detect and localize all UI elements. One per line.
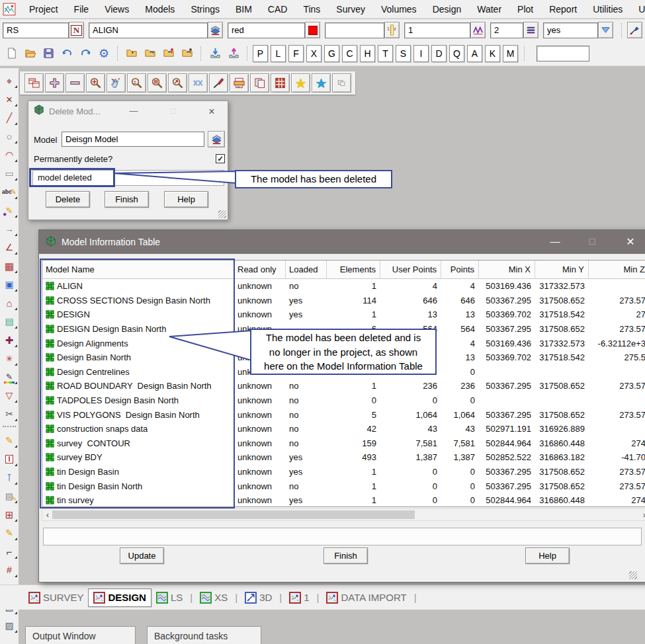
mode-button-a[interactable]: A: [467, 45, 482, 62]
export-file-icon[interactable]: [225, 44, 242, 63]
create-arc-icon[interactable]: ◠: [1, 147, 18, 163]
settings-gear-icon[interactable]: ⚙: [95, 44, 112, 63]
create-text-icon[interactable]: abc✎: [1, 184, 18, 200]
create-circle-icon[interactable]: ○: [1, 128, 18, 144]
choice-dropdown-icon[interactable]: [598, 22, 613, 38]
menu-item-water[interactable]: Water: [469, 4, 509, 15]
mode-button-d[interactable]: D: [431, 45, 447, 62]
mode-button-x[interactable]: X: [306, 45, 322, 62]
quick-field-5[interactable]: [490, 22, 523, 38]
grid-view-icon[interactable]: [271, 73, 290, 93]
eyedropper-icon[interactable]: [627, 22, 642, 38]
mode-button-p[interactable]: P: [253, 45, 268, 62]
menu-item-strings[interactable]: Strings: [183, 4, 228, 15]
scroll-right-icon[interactable]: ›: [639, 510, 645, 520]
model-folder-1-icon[interactable]: [142, 44, 159, 63]
edit-polygon-icon[interactable]: ▽: [1, 387, 18, 403]
view-tab-design[interactable]: DESIGN: [88, 588, 151, 607]
mode-button-f[interactable]: F: [288, 45, 304, 62]
mode-button-c[interactable]: C: [342, 45, 357, 62]
image-tool-2-icon[interactable]: ▨: [1, 618, 18, 633]
mode-button-s[interactable]: S: [396, 45, 411, 62]
insert-image-icon[interactable]: ▤: [1, 313, 18, 329]
table-row-tin-design-basin[interactable]: tin Design Basinunknownyes100503367.2953…: [42, 465, 645, 479]
new-document-icon[interactable]: [3, 44, 20, 63]
create-point-icon[interactable]: ⌖: [1, 73, 18, 89]
view-tab-xs[interactable]: XS: [195, 589, 232, 606]
linestyle-icon[interactable]: [470, 22, 486, 38]
background-tasks-panel[interactable]: Background tasks: [147, 626, 261, 644]
help-button[interactable]: Help: [525, 547, 570, 564]
model-chooser-icon[interactable]: [208, 22, 223, 38]
column-header-min-z[interactable]: Min Z: [589, 261, 645, 279]
column-header-read-only[interactable]: Read only: [234, 261, 286, 279]
favourites-star-icon[interactable]: ★: [291, 73, 310, 93]
table-row-tin-design-basin-north[interactable]: tin Design Basin Northunknownno100503367…: [42, 479, 645, 493]
maximize-icon[interactable]: □: [167, 106, 179, 116]
mode-button-t[interactable]: T: [378, 45, 393, 62]
create-line-icon[interactable]: ╱: [1, 110, 18, 126]
column-header-model-name[interactable]: Model Name: [42, 261, 234, 279]
plot-icon[interactable]: [230, 73, 249, 93]
hatch-icon[interactable]: #: [1, 562, 18, 578]
open-project-icon[interactable]: [21, 44, 38, 63]
table-row-tadpoles-design-basin-north[interactable]: TADPOLES Design Basin Northunknownno000: [42, 393, 645, 408]
colour-pencil-icon[interactable]: ✎: [1, 369, 18, 385]
menu-item-file[interactable]: File: [66, 4, 97, 15]
quick-field-6[interactable]: [543, 22, 598, 38]
menu-item-cad[interactable]: CAD: [260, 4, 296, 15]
line-weight-icon[interactable]: [523, 22, 538, 38]
spray-points-icon[interactable]: ✳: [1, 350, 18, 366]
quick-field-3[interactable]: [325, 22, 384, 38]
finish-button[interactable]: Finish: [105, 191, 149, 208]
measure-angle-icon[interactable]: ∠: [1, 239, 18, 255]
maximize-icon[interactable]: □: [585, 235, 599, 247]
column-header-min-y[interactable]: Min Y: [535, 261, 589, 279]
view-tab-3d[interactable]: 3D: [240, 589, 277, 606]
mode-button-l[interactable]: L: [271, 45, 286, 62]
horizontal-scrollbar[interactable]: ‹ ›: [42, 508, 645, 521]
pan-icon[interactable]: [107, 73, 126, 93]
permanently-delete-checkbox[interactable]: ✓: [216, 154, 225, 163]
table-row-vis-polygons-design-basin-north[interactable]: VIS POLYGONS Design Basin Northunknownno…: [42, 407, 645, 422]
table-row-design[interactable]: DESIGNunknownyes11313503369.702317518.54…: [42, 307, 645, 322]
resize-grip[interactable]: [218, 210, 226, 218]
intersect-icon[interactable]: ×: [1, 91, 18, 107]
column-header-elements[interactable]: Elements: [327, 261, 380, 279]
delete-button[interactable]: Delete: [46, 191, 90, 208]
view-tab-survey[interactable]: SURVEY: [24, 589, 88, 606]
recent-models-folder-icon[interactable]: [123, 44, 140, 63]
update-button[interactable]: Update: [120, 547, 164, 564]
sketch-icon[interactable]: ✎: [1, 525, 18, 541]
model-name-input[interactable]: [62, 132, 204, 147]
create-symbol-icon[interactable]: ✎◆: [1, 202, 18, 218]
zoom-extents-icon[interactable]: [148, 73, 167, 93]
new-view-icon[interactable]: ▣: [1, 276, 18, 292]
scrollbar-thumb[interactable]: [52, 510, 415, 519]
shared-favourites-star-icon[interactable]: ★: [312, 73, 331, 93]
redo-icon[interactable]: [77, 44, 94, 63]
table-row-survey-bdy[interactable]: survey BDYunknownyes4931,3871,387502852.…: [42, 450, 645, 465]
mode-button-i[interactable]: I: [413, 45, 429, 62]
menu-item-volumes[interactable]: Volumes: [373, 4, 425, 15]
menu-item-user[interactable]: User: [630, 4, 645, 15]
menu-item-tins[interactable]: Tins: [295, 4, 328, 15]
height-ruler-icon[interactable]: 1z: [384, 22, 400, 38]
menu-item-models[interactable]: Models: [137, 4, 183, 15]
quick-field-2[interactable]: [228, 22, 305, 38]
table-row-survey-contour[interactable]: survey CONTOURunknownno1597,5817,5815028…: [42, 436, 645, 451]
paste-symbol-icon[interactable]: →: [1, 221, 18, 237]
zoom-out-icon[interactable]: [65, 73, 85, 93]
table-row-tin-survey[interactable]: tin surveyunknownyes100502844.964316860.…: [42, 493, 645, 508]
zoom-previous-icon[interactable]: ±: [127, 73, 146, 93]
menu-item-survey[interactable]: Survey: [328, 4, 373, 15]
menu-item-utilities[interactable]: Utilities: [585, 4, 630, 15]
menu-item-bim[interactable]: BIM: [228, 4, 260, 15]
quick-field-1[interactable]: [89, 22, 208, 38]
colour-swatch-icon[interactable]: [305, 22, 320, 38]
column-header-min-x[interactable]: Min X: [479, 261, 535, 279]
mode-button-k[interactable]: K: [485, 45, 500, 62]
output-window-panel[interactable]: Output Window: [25, 626, 136, 644]
menu-item-report[interactable]: Report: [541, 4, 585, 15]
finish-button[interactable]: Finish: [323, 547, 368, 564]
